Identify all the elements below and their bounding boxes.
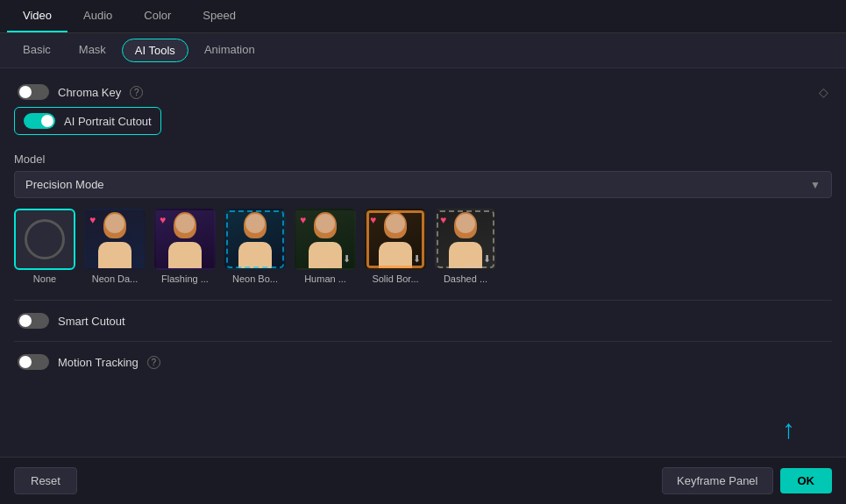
effect-dashed-label: Dashed ...	[444, 273, 487, 284]
effect-human[interactable]: ♥ ⬇ Human ...	[295, 209, 356, 284]
effect-solid-bor[interactable]: ♥ ⬇ Solid Bor...	[365, 209, 426, 284]
motion-tracking-row: Motion Tracking ?	[14, 351, 832, 373]
subtab-ai-tools[interactable]: AI Tools	[122, 39, 188, 62]
none-icon	[16, 210, 74, 268]
ok-button[interactable]: OK	[780, 468, 833, 493]
tab-color[interactable]: Color	[128, 0, 187, 32]
model-label: Model	[14, 153, 832, 166]
download-icon: ⬇	[483, 253, 491, 265]
reset-button[interactable]: Reset	[14, 467, 77, 494]
tab-speed[interactable]: Speed	[187, 0, 252, 32]
keyframe-panel-button[interactable]: Keyframe Panel	[662, 467, 773, 494]
heart-icon: ♥	[160, 214, 166, 226]
motion-tracking-toggle[interactable]	[18, 354, 49, 370]
main-content: Chroma Key ? ◇ AI Portrait Cutout Model …	[0, 68, 846, 384]
motion-tracking-help-icon[interactable]: ?	[147, 356, 160, 369]
effect-dashed[interactable]: ♥ ⬇ Dashed ...	[435, 209, 496, 284]
download-icon: ⬇	[413, 253, 421, 265]
effect-none-label: None	[33, 273, 56, 284]
model-dropdown[interactable]: Precision Mode ▼	[14, 171, 832, 198]
subtab-animation[interactable]: Animation	[192, 39, 267, 62]
effect-none[interactable]: None	[14, 209, 75, 284]
divider-1	[14, 300, 832, 301]
model-selected: Precision Mode	[25, 178, 104, 191]
subtab-mask[interactable]: Mask	[67, 39, 118, 62]
chevron-down-icon: ▼	[810, 179, 821, 191]
heart-icon: ♥	[440, 214, 446, 226]
smart-cutout-row: Smart Cutout	[14, 309, 832, 332]
top-tabs: Video Audio Color Speed	[0, 0, 846, 33]
tab-audio[interactable]: Audio	[68, 0, 128, 32]
ai-portrait-toggle[interactable]	[24, 113, 55, 129]
effect-neon-da-thumb[interactable]: ♥	[84, 209, 146, 270]
effect-solid-bor-label: Solid Bor...	[372, 273, 418, 284]
model-section: Model Precision Mode ▼	[14, 153, 832, 198]
divider-2	[14, 341, 832, 342]
effect-human-thumb[interactable]: ♥ ⬇	[295, 209, 356, 270]
effect-neon-da[interactable]: ♥ Neon Da...	[84, 209, 146, 284]
effect-none-thumb[interactable]	[14, 209, 75, 270]
ai-portrait-cutout-row: AI Portrait Cutout	[14, 107, 161, 135]
arrow-pointer: ↓	[782, 418, 795, 448]
bottom-bar: Reset Keyframe Panel OK	[0, 457, 846, 504]
effect-solid-bor-thumb[interactable]: ♥ ⬇	[365, 209, 426, 270]
effect-flashing-thumb[interactable]: ♥	[154, 209, 216, 270]
chroma-key-help-icon[interactable]: ?	[130, 86, 143, 99]
person-preview	[226, 210, 284, 268]
subtab-basic[interactable]: Basic	[11, 39, 63, 62]
bottom-right-controls: Keyframe Panel OK	[662, 467, 832, 494]
chroma-key-toggle[interactable]	[18, 84, 49, 100]
effect-neon-bo-label: Neon Bo...	[232, 273, 278, 284]
heart-icon: ♥	[300, 214, 306, 226]
tab-video[interactable]: Video	[7, 0, 68, 32]
heart-icon: ♥	[89, 214, 96, 226]
effect-human-label: Human ...	[304, 273, 346, 284]
smart-cutout-toggle[interactable]	[18, 313, 49, 329]
smart-cutout-label: Smart Cutout	[58, 315, 125, 328]
ai-portrait-label: AI Portrait Cutout	[64, 115, 152, 128]
diamond-icon: ◇	[819, 85, 828, 99]
effect-neon-bo[interactable]: Neon Bo...	[224, 209, 286, 284]
chroma-key-label: Chroma Key	[58, 86, 121, 99]
download-icon: ⬇	[343, 253, 351, 265]
effects-grid: None ♥ Neon Da... ♥	[14, 209, 832, 284]
heart-icon: ♥	[370, 214, 376, 226]
effect-neon-da-label: Neon Da...	[92, 273, 139, 284]
effect-flashing-label: Flashing ...	[161, 273, 209, 284]
effect-flashing[interactable]: ♥ Flashing ...	[154, 209, 216, 284]
sub-tabs: Basic Mask AI Tools Animation	[0, 33, 846, 68]
effect-neon-bo-thumb[interactable]	[224, 209, 286, 270]
chroma-key-row: Chroma Key ? ◇	[14, 79, 832, 105]
motion-tracking-label: Motion Tracking	[58, 356, 139, 369]
effect-dashed-thumb[interactable]: ♥ ⬇	[435, 209, 496, 270]
